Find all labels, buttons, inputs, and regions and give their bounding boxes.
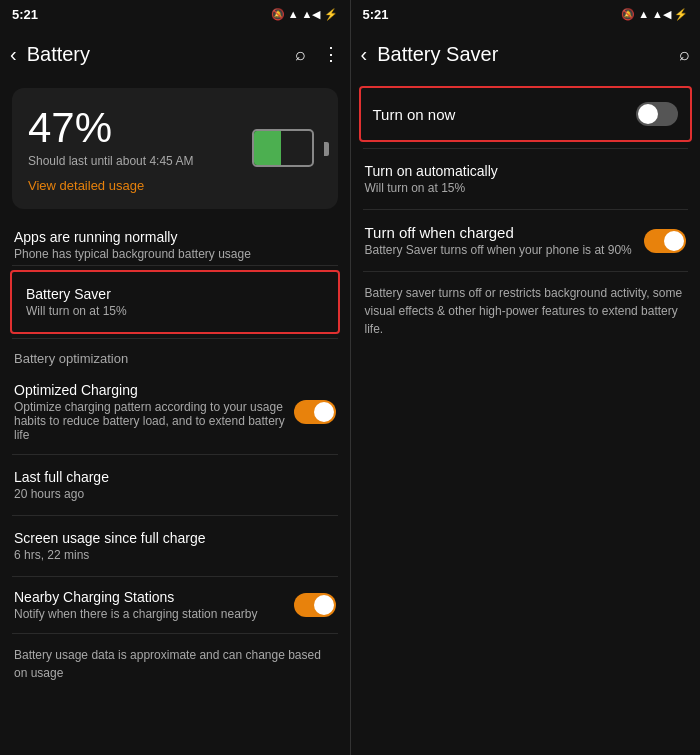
left-back-button[interactable]: ‹ (10, 43, 17, 66)
left-top-bar: ‹ Battery ⌕ ⋮ (0, 28, 350, 80)
turn-on-now-label: Turn on now (373, 106, 456, 123)
left-footer-note: Battery usage data is approximate and ca… (0, 634, 350, 694)
turn-off-charged-text: Turn off when charged Battery Saver turn… (365, 224, 633, 257)
apps-status-title: Apps are running normally (14, 229, 336, 245)
toggle-knob (314, 402, 334, 422)
battery-info: 47% Should last until about 4:45 AM View… (28, 104, 193, 193)
battery-status-icon: ⚡ (324, 8, 338, 21)
left-status-bar: 5:21 🔕 ▲ ▲◀ ⚡ (0, 0, 350, 28)
turn-on-now-row[interactable]: Turn on now (359, 86, 693, 142)
wifi-icon: ▲◀ (302, 8, 321, 21)
right-battery-icon: ⚡ (674, 8, 688, 21)
left-title: Battery (27, 43, 295, 66)
optimized-charging-title: Optimized Charging (14, 382, 294, 398)
apps-status-subtitle: Phone has typical background battery usa… (14, 247, 336, 261)
turn-off-charged-subtitle: Battery Saver turns off when your phone … (365, 243, 633, 257)
right-status-bar: 5:21 🔕 ▲ ▲◀ ⚡ (351, 0, 701, 28)
screen-usage-subtitle: 6 hrs, 22 mins (14, 548, 336, 562)
apps-status: Apps are running normally Phone has typi… (0, 217, 350, 265)
optimized-charging-toggle[interactable] (294, 400, 336, 424)
turn-off-charged-toggle[interactable] (644, 229, 686, 253)
nearby-stations-toggle[interactable] (294, 593, 336, 617)
left-panel: 5:21 🔕 ▲ ▲◀ ⚡ ‹ Battery ⌕ ⋮ 47% Should l… (0, 0, 350, 755)
turn-off-charged-title: Turn off when charged (365, 224, 633, 241)
right-title: Battery Saver (377, 43, 679, 66)
optimized-charging-text: Optimized Charging Optimize charging pat… (14, 382, 294, 442)
battery-optimization-label: Battery optimization (0, 339, 350, 370)
nearby-stations-title: Nearby Charging Stations (14, 589, 257, 605)
battery-card: 47% Should last until about 4:45 AM View… (12, 88, 338, 209)
screen-usage-title: Screen usage since full charge (14, 530, 336, 546)
battery-saver-subtitle: Will turn on at 15% (26, 304, 324, 318)
optimized-charging-row: Optimized Charging Optimize charging pat… (0, 370, 350, 454)
last-charge-title: Last full charge (14, 469, 336, 485)
turn-off-charged-knob (664, 231, 684, 251)
right-status-icons: 🔕 ▲ ▲◀ ⚡ (621, 8, 688, 21)
right-wifi-icon: ▲◀ (652, 8, 671, 21)
battery-body (252, 129, 314, 167)
battery-saver-item[interactable]: Battery Saver Will turn on at 15% (10, 270, 340, 334)
nearby-stations-text: Nearby Charging Stations Notify when the… (14, 589, 257, 621)
battery-tip (324, 142, 329, 156)
right-time: 5:21 (363, 7, 389, 22)
right-top-icons: ⌕ (679, 44, 690, 65)
right-back-button[interactable]: ‹ (361, 43, 368, 66)
battery-saver-title: Battery Saver (26, 286, 324, 302)
nearby-stations-subtitle: Notify when there is a charging station … (14, 607, 257, 621)
left-status-icons: 🔕 ▲ ▲◀ ⚡ (271, 8, 338, 21)
battery-saver-description: Battery saver turns off or restricts bac… (351, 272, 701, 350)
right-panel: 5:21 🔕 ▲ ▲◀ ⚡ ‹ Battery Saver ⌕ Turn on … (350, 0, 701, 755)
turn-off-charged-row: Turn off when charged Battery Saver turn… (351, 210, 701, 271)
battery-icon (252, 129, 322, 169)
view-detailed-usage-link[interactable]: View detailed usage (28, 178, 193, 193)
silent-icon: 🔕 (271, 8, 285, 21)
left-top-icons: ⌕ ⋮ (295, 43, 340, 65)
battery-percent: 47% (28, 104, 193, 152)
battery-fill (254, 131, 281, 165)
turn-on-auto-title: Turn on automatically (365, 163, 687, 179)
turn-on-automatically-section[interactable]: Turn on automatically Will turn on at 15… (351, 149, 701, 209)
right-signal-icon: ▲ (638, 8, 649, 20)
screen-usage-item: Screen usage since full charge 6 hrs, 22… (0, 516, 350, 576)
toggle-knob-2 (314, 595, 334, 615)
left-search-button[interactable]: ⌕ (295, 44, 306, 65)
left-time: 5:21 (12, 7, 38, 22)
signal-icon: ▲ (288, 8, 299, 20)
turn-on-now-toggle[interactable] (636, 102, 678, 126)
right-top-bar: ‹ Battery Saver ⌕ (351, 28, 701, 80)
battery-last-time: Should last until about 4:45 AM (28, 154, 193, 168)
divider-1 (12, 265, 338, 266)
turn-on-toggle-knob (638, 104, 658, 124)
right-silent-icon: 🔕 (621, 8, 635, 21)
turn-on-auto-subtitle: Will turn on at 15% (365, 181, 687, 195)
right-search-button[interactable]: ⌕ (679, 44, 690, 65)
nearby-stations-row: Nearby Charging Stations Notify when the… (0, 577, 350, 633)
last-full-charge-item: Last full charge 20 hours ago (0, 455, 350, 515)
optimized-charging-subtitle: Optimize charging pattern according to y… (14, 400, 294, 442)
left-more-button[interactable]: ⋮ (322, 43, 340, 65)
last-charge-subtitle: 20 hours ago (14, 487, 336, 501)
